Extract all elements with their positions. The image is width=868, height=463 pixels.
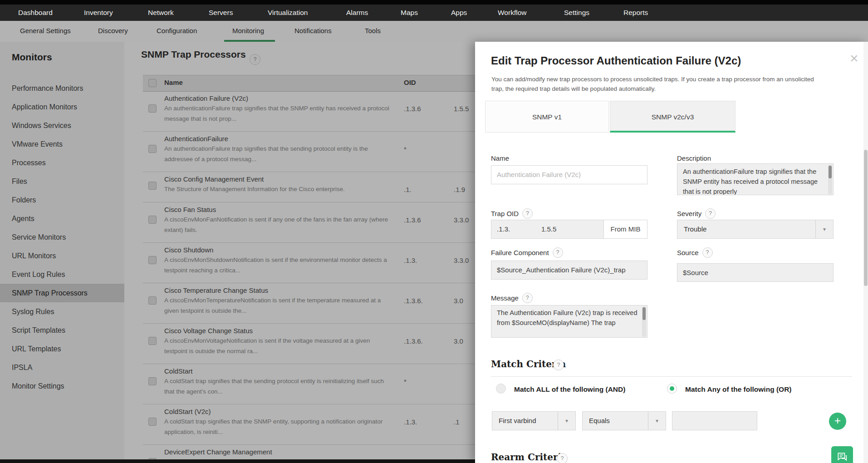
nav-item-network[interactable]: Network <box>148 5 174 21</box>
add-criteria-button[interactable]: + <box>829 413 846 430</box>
failure-component-label-text: Failure Component <box>491 249 549 256</box>
from-mib-button[interactable]: From MIB <box>603 220 647 238</box>
help-icon[interactable]: ? <box>522 293 533 303</box>
nav-item-workflow[interactable]: Workflow <box>498 5 526 21</box>
description-textarea[interactable]: An authenticationFailure trap signifies … <box>677 163 834 195</box>
nav-item-servers[interactable]: Servers <box>209 5 233 21</box>
severity-value: Trouble <box>684 220 706 238</box>
trap-oid-fragment: 1.5.5 <box>541 220 556 238</box>
message-text: The Authentication Failure (V2c) trap is… <box>497 309 637 326</box>
source-label: Source? <box>677 249 713 258</box>
match-all-radio[interactable] <box>496 384 506 394</box>
nav-item-settings[interactable]: Settings <box>564 5 589 21</box>
criteria-value-input[interactable] <box>672 411 757 430</box>
trap-oid-input[interactable]: .1.3. 1.5.5 From MIB <box>491 220 647 239</box>
bottom-edge-strip <box>0 459 475 463</box>
help-icon[interactable]: ? <box>705 208 716 219</box>
panel-scrollbar[interactable] <box>863 42 868 463</box>
app-window: Dashboard Inventory Network Servers Virt… <box>0 0 868 463</box>
match-all-label[interactable]: Match ALL of the following (AND) <box>514 385 625 394</box>
description-text: An authenticationFailure trap signifies … <box>683 168 818 195</box>
severity-label-text: Severity <box>677 210 701 217</box>
panel-scrollbar-thumb[interactable] <box>864 150 868 286</box>
match-any-radio[interactable] <box>667 384 677 394</box>
help-icon[interactable]: ? <box>702 247 713 258</box>
chat-bubbles-icon <box>836 451 848 463</box>
tab-snmp-v1[interactable]: SNMP v1 <box>485 101 609 133</box>
operator-value: Equals <box>589 412 610 430</box>
edit-trap-processor-panel: Edit Trap Processor Authentication Failu… <box>475 42 868 463</box>
help-icon[interactable]: ? <box>553 247 563 258</box>
severity-dropdown[interactable]: Trouble ▾ <box>677 220 834 239</box>
rearm-criteria-heading: Rearm Criteria <box>491 452 567 463</box>
nav-item-dashboard[interactable]: Dashboard <box>18 5 53 21</box>
source-input[interactable]: $Source <box>677 263 834 282</box>
description-label: Description <box>677 154 711 162</box>
help-icon[interactable]: ? <box>522 208 533 219</box>
match-any-label[interactable]: Match Any of the following (OR) <box>685 385 791 394</box>
message-textarea[interactable]: The Authentication Failure (V2c) trap is… <box>491 305 647 338</box>
severity-label: Severity? <box>677 210 716 219</box>
trap-oid-label: Trap OID? <box>491 210 533 219</box>
message-label-text: Message <box>491 294 519 302</box>
source-label-text: Source <box>677 249 699 256</box>
nav-item-reports[interactable]: Reports <box>623 5 648 21</box>
textarea-scrollbar-thumb[interactable] <box>829 166 832 178</box>
panel-subtitle: You can add/modify new trap processors t… <box>491 74 827 94</box>
browser-edge-strip <box>0 0 868 5</box>
feedback-button[interactable] <box>831 446 853 463</box>
trap-oid-fragment: .1.3. <box>497 220 510 238</box>
tab-snmp-v2c-v3[interactable]: SNMP v2c/v3 <box>610 101 736 133</box>
nav-item-alarms[interactable]: Alarms <box>346 5 368 21</box>
nav-item-apps[interactable]: Apps <box>451 5 467 21</box>
panel-title: Edit Trap Processor Authentication Failu… <box>491 54 741 67</box>
chevron-down-icon[interactable]: ▾ <box>558 412 575 430</box>
chevron-down-icon[interactable]: ▾ <box>648 412 666 430</box>
nav-item-maps[interactable]: Maps <box>401 5 418 21</box>
help-icon[interactable]: ? <box>557 453 568 463</box>
name-input[interactable]: Authentication Failure (V2c) <box>491 165 647 184</box>
help-icon[interactable]: ? <box>553 360 564 370</box>
trap-oid-label-text: Trap OID <box>491 210 519 217</box>
main-navbar: Dashboard Inventory Network Servers Virt… <box>0 5 868 21</box>
name-label: Name <box>491 154 509 162</box>
varbind-value: First varbind <box>499 412 536 430</box>
textarea-scrollbar-thumb[interactable] <box>642 307 646 320</box>
operator-dropdown[interactable]: Equals ▾ <box>582 411 666 430</box>
close-icon[interactable]: × <box>850 50 858 67</box>
message-label: Message? <box>491 294 533 303</box>
divider <box>491 376 852 377</box>
chevron-down-icon[interactable]: ▾ <box>815 220 833 238</box>
varbind-dropdown[interactable]: First varbind ▾ <box>492 411 576 430</box>
failure-component-label: Failure Component? <box>491 249 563 258</box>
nav-item-virtualization[interactable]: Virtualization <box>268 5 308 21</box>
failure-component-input[interactable]: $Source_Authentication Failure (V2c)_tra… <box>491 261 647 280</box>
nav-item-inventory[interactable]: Inventory <box>84 5 113 21</box>
